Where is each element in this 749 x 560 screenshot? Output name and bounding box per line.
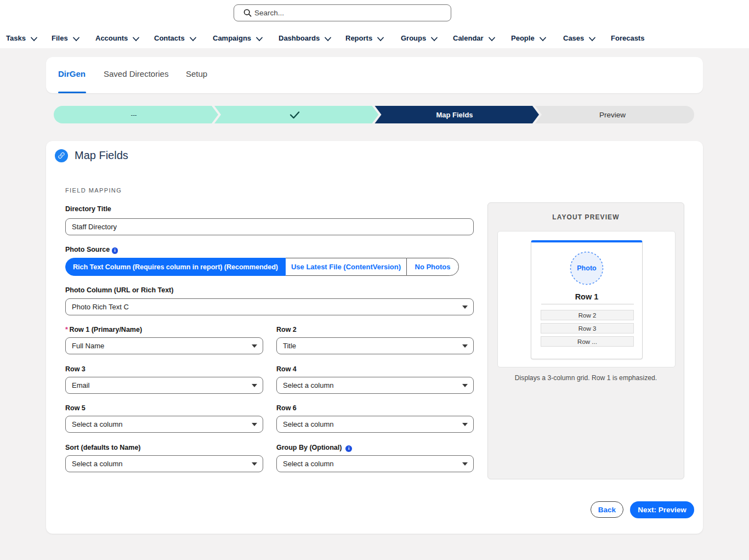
svg-text:Map Fields: Map Fields xyxy=(436,111,473,119)
svg-text:Preview: Preview xyxy=(599,111,626,119)
svg-text:---: --- xyxy=(131,111,137,118)
